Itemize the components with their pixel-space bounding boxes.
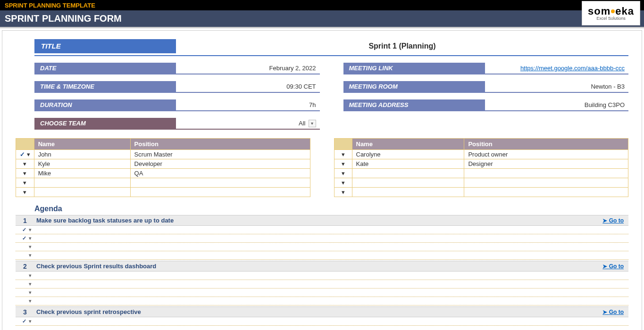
- name-cell[interactable]: [34, 188, 130, 197]
- name-cell[interactable]: [352, 169, 464, 178]
- subrow-handle[interactable]: ✓ ▾: [16, 318, 34, 324]
- name-header: Name: [34, 139, 130, 150]
- position-cell[interactable]: [464, 178, 628, 188]
- row-handle[interactable]: ▾: [16, 169, 34, 178]
- left-column: DATE February 2, 2022 TIME & TIMEZONE 09…: [34, 63, 320, 136]
- subrow-handle[interactable]: ▾: [16, 289, 34, 296]
- goto-link[interactable]: Go to: [602, 309, 628, 315]
- subrow-handle[interactable]: ▾: [16, 244, 34, 250]
- handle-header: [16, 139, 34, 150]
- goto-link[interactable]: Go to: [602, 217, 628, 224]
- agenda-title: Agenda: [34, 205, 628, 213]
- name-header: Name: [352, 139, 464, 150]
- agenda-head: 3Check previous sprint retrospectiveGo t…: [16, 306, 628, 317]
- table-row: ▾: [334, 188, 628, 197]
- subrow-handle[interactable]: ▾: [16, 252, 34, 258]
- meeting-link[interactable]: https://meet.google.com/aaa-bbbb-ccc: [520, 65, 625, 72]
- title-underline: [34, 55, 628, 56]
- time-value[interactable]: 09:30 CET: [176, 81, 320, 93]
- right-column: MEETING LINK https://meet.google.com/aaa…: [343, 63, 629, 136]
- row-handle[interactable]: ▾: [16, 188, 34, 197]
- subrow-handle[interactable]: ▾: [16, 281, 34, 287]
- row-handle[interactable]: ▾: [334, 169, 352, 178]
- agenda-number: 3: [16, 308, 34, 316]
- agenda-subrow[interactable]: ▾: [16, 297, 628, 305]
- team-label: CHOOSE TEAM: [34, 118, 176, 130]
- row-handle[interactable]: ▾: [334, 150, 352, 159]
- team-select-value: All: [299, 120, 305, 127]
- address-value[interactable]: Building C3PO: [485, 99, 629, 111]
- row-handle[interactable]: ▾: [334, 178, 352, 188]
- subrow-handle[interactable]: ✓ ▾: [16, 235, 34, 241]
- subrow-handle[interactable]: ✓ ▾: [16, 227, 34, 233]
- agenda-head: 1Make sure backlog task statuses are up …: [16, 215, 628, 226]
- position-cell[interactable]: [130, 178, 310, 188]
- agenda-subrow[interactable]: ▾: [16, 289, 628, 297]
- title-label: TITLE: [34, 39, 176, 53]
- table-row: ▾: [334, 169, 628, 178]
- form-header: SPRINT PLANNING FORM: [0, 10, 644, 28]
- table-row: ▾: [16, 188, 310, 197]
- room-value[interactable]: Newton - B3: [485, 81, 629, 93]
- logo-text: someka: [588, 6, 634, 16]
- position-cell[interactable]: [464, 188, 628, 197]
- subrow-handle[interactable]: ▾: [16, 272, 34, 279]
- position-cell[interactable]: [464, 169, 628, 178]
- duration-value[interactable]: 7h: [176, 99, 320, 111]
- name-cell[interactable]: [352, 188, 464, 197]
- agenda-subrow[interactable]: ✓ ▾: [16, 226, 628, 234]
- position-cell[interactable]: Scrum Master: [130, 150, 310, 159]
- agenda-text[interactable]: Check previous sprint retrospective: [34, 307, 602, 317]
- name-cell[interactable]: Kate: [352, 159, 464, 169]
- logo: someka Excel Solutions: [582, 1, 640, 25]
- agenda-subrow[interactable]: ✓ ▾: [16, 234, 628, 243]
- team-tables: Name Position ✓ ▾JohnScrum Master▾KyleDe…: [16, 138, 628, 197]
- row-handle[interactable]: ✓ ▾: [16, 150, 34, 159]
- position-cell[interactable]: Product owner: [464, 150, 628, 159]
- subrow-handle[interactable]: ▾: [16, 298, 34, 304]
- goto-link[interactable]: Go to: [602, 263, 628, 270]
- row-handle[interactable]: ▾: [334, 188, 352, 197]
- link-label: MEETING LINK: [343, 63, 485, 74]
- top-bar: SPRINT PLANNING TEMPLATE: [0, 0, 644, 10]
- name-cell[interactable]: John: [34, 150, 130, 159]
- name-cell[interactable]: Kyle: [34, 159, 130, 169]
- agenda-subrow[interactable]: ▾: [16, 251, 628, 260]
- position-cell[interactable]: [130, 188, 310, 197]
- position-header: Position: [464, 139, 628, 150]
- table-row: ✓ ▾JohnScrum Master: [16, 150, 310, 159]
- team-table-right: Name Position ▾CarolyneProduct owner▾Kat…: [334, 138, 629, 197]
- date-value[interactable]: February 2, 2022: [176, 63, 320, 74]
- agenda-text[interactable]: Check previous Sprint results dashboard: [34, 261, 602, 271]
- table-row: ▾MikeQA: [16, 169, 310, 178]
- position-header: Position: [130, 139, 310, 150]
- template-name: SPRINT PLANNING TEMPLATE: [5, 2, 95, 9]
- agenda-subrow[interactable]: ▾: [16, 280, 628, 289]
- table-row: ▾KyleDeveloper: [16, 159, 310, 169]
- team-select[interactable]: All: [176, 118, 320, 130]
- position-cell[interactable]: Developer: [130, 159, 310, 169]
- team-table-left: Name Position ✓ ▾JohnScrum Master▾KyleDe…: [16, 138, 310, 197]
- logo-subtitle: Excel Solutions: [596, 16, 626, 21]
- agenda-number: 2: [16, 263, 34, 270]
- name-cell[interactable]: Carolyne: [352, 150, 464, 159]
- agenda-text[interactable]: Make sure backlog task statuses are up t…: [34, 215, 602, 225]
- name-cell[interactable]: [352, 178, 464, 188]
- table-row: ▾CarolyneProduct owner: [334, 150, 628, 159]
- agenda-subrow[interactable]: ✓ ▾: [16, 317, 628, 326]
- duration-label: DURATION: [34, 99, 176, 111]
- agenda-subrow[interactable]: ▾: [16, 272, 628, 280]
- row-handle[interactable]: ▾: [334, 159, 352, 169]
- link-value[interactable]: https://meet.google.com/aaa-bbbb-ccc: [485, 63, 629, 74]
- row-handle[interactable]: ▾: [16, 159, 34, 169]
- position-cell[interactable]: QA: [130, 169, 310, 178]
- dropdown-caret-icon[interactable]: [309, 120, 316, 127]
- title-value[interactable]: Sprint 1 (Planning): [176, 39, 628, 53]
- row-handle[interactable]: ▾: [16, 178, 34, 188]
- agenda-head: 2Check previous Sprint results dashboard…: [16, 261, 628, 272]
- name-cell[interactable]: Mike: [34, 169, 130, 178]
- agenda-subrow[interactable]: ▾: [16, 243, 628, 251]
- name-cell[interactable]: [34, 178, 130, 188]
- position-cell[interactable]: Designer: [464, 159, 628, 169]
- time-label: TIME & TIMEZONE: [34, 81, 176, 93]
